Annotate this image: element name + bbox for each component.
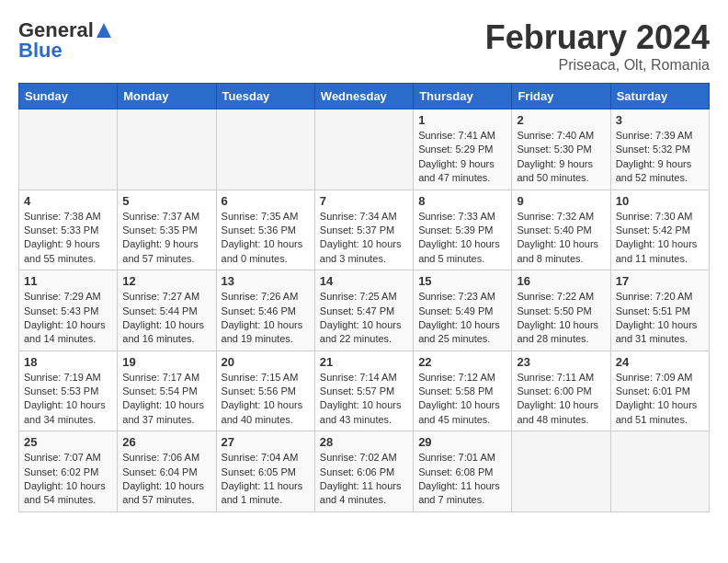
calendar-cell: 14Sunrise: 7:25 AM Sunset: 5:47 PM Dayli… <box>314 270 413 351</box>
day-content: Sunrise: 7:04 AM Sunset: 6:05 PM Dayligh… <box>222 451 310 508</box>
week-row-2: 4Sunrise: 7:38 AM Sunset: 5:33 PM Daylig… <box>19 190 710 270</box>
day-number: 27 <box>222 435 310 449</box>
calendar-cell <box>19 109 118 190</box>
day-number: 29 <box>418 435 506 449</box>
day-number: 15 <box>418 274 506 288</box>
logo-icon <box>96 22 112 39</box>
calendar-header: SundayMondayTuesdayWednesdayThursdayFrid… <box>19 84 710 109</box>
calendar-cell: 26Sunrise: 7:06 AM Sunset: 6:04 PM Dayli… <box>118 431 216 512</box>
day-number: 18 <box>24 355 112 369</box>
header-day-tuesday: Tuesday <box>216 84 314 109</box>
day-content: Sunrise: 7:15 AM Sunset: 5:56 PM Dayligh… <box>222 371 310 428</box>
week-row-4: 18Sunrise: 7:19 AM Sunset: 5:53 PM Dayli… <box>19 350 710 431</box>
day-number: 17 <box>616 274 704 288</box>
header-day-friday: Friday <box>512 84 610 109</box>
day-content: Sunrise: 7:01 AM Sunset: 6:08 PM Dayligh… <box>418 451 506 508</box>
day-content: Sunrise: 7:32 AM Sunset: 5:40 PM Dayligh… <box>517 210 605 267</box>
calendar-cell: 24Sunrise: 7:09 AM Sunset: 6:01 PM Dayli… <box>610 350 709 431</box>
calendar-cell: 29Sunrise: 7:01 AM Sunset: 6:08 PM Dayli… <box>414 431 512 512</box>
calendar-cell: 9Sunrise: 7:32 AM Sunset: 5:40 PM Daylig… <box>512 190 610 270</box>
day-number: 23 <box>517 355 605 369</box>
day-number: 13 <box>222 274 310 288</box>
day-number: 24 <box>616 355 704 369</box>
day-content: Sunrise: 7:26 AM Sunset: 5:46 PM Dayligh… <box>222 290 310 347</box>
calendar-location: Priseaca, Olt, Romania <box>485 57 710 74</box>
day-number: 10 <box>616 194 704 208</box>
day-number: 16 <box>517 274 605 288</box>
day-content: Sunrise: 7:39 AM Sunset: 5:32 PM Dayligh… <box>616 129 704 186</box>
calendar-cell: 13Sunrise: 7:26 AM Sunset: 5:46 PM Dayli… <box>216 270 314 351</box>
calendar-cell: 6Sunrise: 7:35 AM Sunset: 5:36 PM Daylig… <box>216 190 314 270</box>
header-day-wednesday: Wednesday <box>314 84 413 109</box>
day-content: Sunrise: 7:02 AM Sunset: 6:06 PM Dayligh… <box>320 451 408 508</box>
calendar-cell: 25Sunrise: 7:07 AM Sunset: 6:02 PM Dayli… <box>19 431 118 512</box>
calendar-cell: 15Sunrise: 7:23 AM Sunset: 5:49 PM Dayli… <box>414 270 512 351</box>
calendar-cell: 28Sunrise: 7:02 AM Sunset: 6:06 PM Dayli… <box>314 431 413 512</box>
calendar-title: February 2024 <box>485 18 710 57</box>
calendar-cell: 16Sunrise: 7:22 AM Sunset: 5:50 PM Dayli… <box>512 270 610 351</box>
header-day-thursday: Thursday <box>414 84 512 109</box>
calendar-cell: 17Sunrise: 7:20 AM Sunset: 5:51 PM Dayli… <box>610 270 709 351</box>
day-content: Sunrise: 7:17 AM Sunset: 5:54 PM Dayligh… <box>122 371 210 428</box>
day-number: 8 <box>418 194 506 208</box>
day-number: 4 <box>24 194 112 208</box>
day-number: 11 <box>24 274 112 288</box>
day-content: Sunrise: 7:41 AM Sunset: 5:29 PM Dayligh… <box>418 129 506 186</box>
day-content: Sunrise: 7:19 AM Sunset: 5:53 PM Dayligh… <box>24 371 112 428</box>
calendar-cell: 5Sunrise: 7:37 AM Sunset: 5:35 PM Daylig… <box>118 190 216 270</box>
day-content: Sunrise: 7:07 AM Sunset: 6:02 PM Dayligh… <box>24 451 112 508</box>
calendar-cell <box>610 431 709 512</box>
calendar-cell <box>512 431 610 512</box>
calendar-cell: 12Sunrise: 7:27 AM Sunset: 5:44 PM Dayli… <box>118 270 216 351</box>
day-number: 6 <box>222 194 310 208</box>
day-content: Sunrise: 7:29 AM Sunset: 5:43 PM Dayligh… <box>24 290 112 347</box>
calendar-cell <box>314 109 413 190</box>
week-row-5: 25Sunrise: 7:07 AM Sunset: 6:02 PM Dayli… <box>19 431 710 512</box>
calendar-body: 1Sunrise: 7:41 AM Sunset: 5:29 PM Daylig… <box>19 109 710 512</box>
day-content: Sunrise: 7:11 AM Sunset: 6:00 PM Dayligh… <box>517 371 605 428</box>
calendar-cell: 27Sunrise: 7:04 AM Sunset: 6:05 PM Dayli… <box>216 431 314 512</box>
day-number: 2 <box>517 113 605 127</box>
svg-marker-0 <box>97 23 111 38</box>
day-number: 21 <box>320 355 408 369</box>
day-number: 7 <box>320 194 408 208</box>
day-number: 22 <box>418 355 506 369</box>
logo: General Blue <box>18 18 112 63</box>
calendar-cell <box>216 109 314 190</box>
day-number: 12 <box>122 274 210 288</box>
day-content: Sunrise: 7:22 AM Sunset: 5:50 PM Dayligh… <box>517 290 605 347</box>
day-number: 1 <box>418 113 506 127</box>
day-content: Sunrise: 7:14 AM Sunset: 5:57 PM Dayligh… <box>320 371 408 428</box>
calendar-table: SundayMondayTuesdayWednesdayThursdayFrid… <box>18 83 710 512</box>
day-number: 20 <box>222 355 310 369</box>
week-row-1: 1Sunrise: 7:41 AM Sunset: 5:29 PM Daylig… <box>19 109 710 190</box>
calendar-cell: 19Sunrise: 7:17 AM Sunset: 5:54 PM Dayli… <box>118 350 216 431</box>
calendar-cell: 22Sunrise: 7:12 AM Sunset: 5:58 PM Dayli… <box>414 350 512 431</box>
calendar-cell <box>118 109 216 190</box>
header-row: SundayMondayTuesdayWednesdayThursdayFrid… <box>19 84 710 109</box>
calendar-cell: 7Sunrise: 7:34 AM Sunset: 5:37 PM Daylig… <box>314 190 413 270</box>
day-number: 25 <box>24 435 112 449</box>
page-header: General Blue February 2024 Priseaca, Olt… <box>18 18 710 74</box>
header-day-monday: Monday <box>118 84 216 109</box>
day-content: Sunrise: 7:12 AM Sunset: 5:58 PM Dayligh… <box>418 371 506 428</box>
calendar-cell: 20Sunrise: 7:15 AM Sunset: 5:56 PM Dayli… <box>216 350 314 431</box>
calendar-cell: 18Sunrise: 7:19 AM Sunset: 5:53 PM Dayli… <box>19 350 118 431</box>
header-day-saturday: Saturday <box>610 84 709 109</box>
day-content: Sunrise: 7:34 AM Sunset: 5:37 PM Dayligh… <box>320 210 408 267</box>
day-content: Sunrise: 7:06 AM Sunset: 6:04 PM Dayligh… <box>122 451 210 508</box>
day-content: Sunrise: 7:40 AM Sunset: 5:30 PM Dayligh… <box>517 129 605 186</box>
day-number: 28 <box>320 435 408 449</box>
calendar-cell: 21Sunrise: 7:14 AM Sunset: 5:57 PM Dayli… <box>314 350 413 431</box>
day-content: Sunrise: 7:25 AM Sunset: 5:47 PM Dayligh… <box>320 290 408 347</box>
day-content: Sunrise: 7:09 AM Sunset: 6:01 PM Dayligh… <box>616 371 704 428</box>
day-content: Sunrise: 7:37 AM Sunset: 5:35 PM Dayligh… <box>122 210 210 267</box>
day-content: Sunrise: 7:33 AM Sunset: 5:39 PM Dayligh… <box>418 210 506 267</box>
week-row-3: 11Sunrise: 7:29 AM Sunset: 5:43 PM Dayli… <box>19 270 710 351</box>
header-day-sunday: Sunday <box>19 84 118 109</box>
calendar-cell: 23Sunrise: 7:11 AM Sunset: 6:00 PM Dayli… <box>512 350 610 431</box>
calendar-cell: 8Sunrise: 7:33 AM Sunset: 5:39 PM Daylig… <box>414 190 512 270</box>
title-block: February 2024 Priseaca, Olt, Romania <box>485 18 710 74</box>
day-content: Sunrise: 7:20 AM Sunset: 5:51 PM Dayligh… <box>616 290 704 347</box>
day-number: 3 <box>616 113 704 127</box>
